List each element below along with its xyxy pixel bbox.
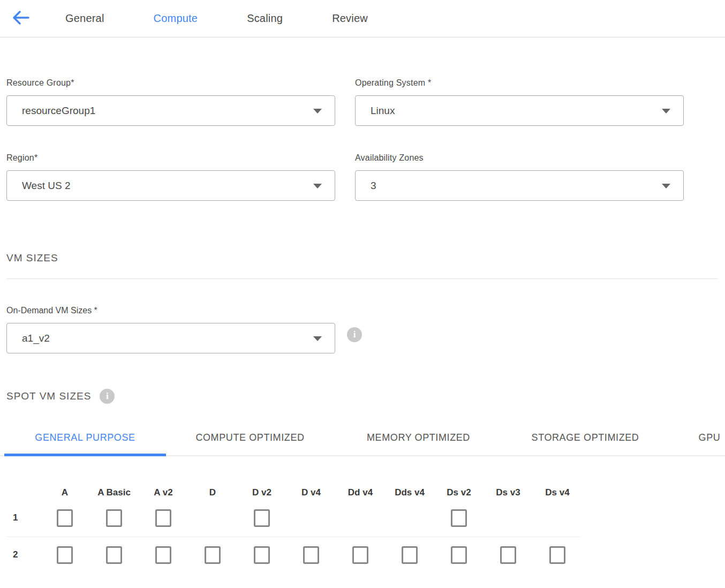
operating-system-field: Operating System * Linux (355, 78, 684, 126)
vm-size-cell (40, 509, 89, 527)
step-review[interactable]: Review (332, 12, 368, 25)
vm-family-column-header: Ds v2 (434, 487, 484, 498)
vm-sizes-section-title: VM SIZES (6, 252, 718, 264)
resource-group-label: Resource Group* (6, 78, 335, 88)
wizard-steps: General Compute Scaling Review (65, 12, 417, 25)
vm-size-checkbox[interactable] (500, 546, 516, 564)
chevron-down-icon (313, 109, 322, 114)
vm-family-column-header: A v2 (139, 487, 188, 498)
arrow-left-icon (12, 10, 30, 28)
row-divider (6, 537, 581, 537)
tab-storage-optimized[interactable]: STORAGE OPTIMIZED (524, 432, 647, 455)
chevron-down-icon (662, 109, 670, 114)
info-icon[interactable]: i (347, 327, 362, 342)
spot-vm-sizes-header: SPOT VM SIZES i (6, 389, 718, 404)
on-demand-vm-sizes-select[interactable]: a1_v2 (6, 323, 335, 353)
region-select[interactable]: West US 2 (6, 170, 335, 201)
on-demand-row: a1_v2 i (6, 315, 718, 353)
vm-family-column-header: Ds v4 (533, 487, 582, 498)
vm-size-checkbox[interactable] (451, 509, 467, 527)
step-compute[interactable]: Compute (154, 12, 198, 25)
active-tab-indicator (4, 454, 166, 456)
vm-family-column-header: D v2 (237, 487, 286, 498)
vm-size-checkbox[interactable] (254, 546, 270, 564)
vm-size-checkbox[interactable] (549, 546, 565, 564)
region-label: Region* (6, 153, 335, 163)
row-number: 1 (6, 512, 40, 523)
vm-size-cell (533, 546, 582, 564)
on-demand-vm-sizes-label: On-Demand VM Sizes * (6, 306, 718, 315)
vm-size-cell (139, 509, 188, 527)
vm-size-cell (89, 546, 139, 564)
chevron-down-icon (313, 184, 322, 189)
vm-size-checkbox[interactable] (451, 546, 467, 564)
availability-zones-value: 3 (371, 180, 376, 192)
vm-size-checkbox[interactable] (205, 546, 221, 564)
region-value: West US 2 (22, 180, 70, 192)
vm-size-checkbox[interactable] (106, 546, 122, 564)
operating-system-value: Linux (371, 105, 395, 117)
vm-size-cell (385, 546, 434, 564)
vm-size-row: 2 (6, 539, 718, 570)
vm-size-checkbox[interactable] (57, 509, 73, 527)
tab-compute-optimized[interactable]: COMPUTE OPTIMIZED (187, 432, 313, 455)
resource-group-value: resourceGroup1 (22, 105, 95, 117)
section-divider (6, 278, 718, 279)
vm-size-checkbox[interactable] (106, 509, 122, 527)
vm-family-column-header: Dds v4 (385, 487, 434, 498)
resource-group-field: Resource Group* resourceGroup1 (6, 78, 335, 126)
vm-size-checkbox[interactable] (254, 509, 270, 527)
vm-size-cell (484, 546, 533, 564)
vm-size-cell (434, 546, 484, 564)
vm-size-cell (40, 546, 89, 564)
chevron-down-icon (662, 184, 670, 189)
tab-general-purpose[interactable]: GENERAL PURPOSE (4, 432, 166, 455)
availability-zones-field: Availability Zones 3 (355, 153, 684, 201)
vm-family-column-header: D (188, 487, 237, 498)
vm-size-cell (89, 509, 139, 527)
vm-size-cell (434, 509, 484, 527)
availability-zones-label: Availability Zones (355, 153, 684, 163)
step-general[interactable]: General (65, 12, 104, 25)
info-icon[interactable]: i (100, 389, 115, 404)
vm-size-checkbox[interactable] (402, 546, 418, 564)
vm-size-cell (336, 546, 385, 564)
vm-size-cell (286, 546, 336, 564)
availability-zones-select[interactable]: 3 (355, 170, 684, 201)
resource-group-select[interactable]: resourceGroup1 (6, 95, 335, 126)
wizard-header: General Compute Scaling Review (0, 0, 725, 37)
vm-table-header-row: AA BasicA v2DD v2D v4Dd v4Dds v4Ds v2Ds … (6, 487, 718, 498)
tab-memory-optimized[interactable]: MEMORY OPTIMIZED (360, 432, 477, 455)
compute-form: Resource Group* resourceGroup1 Operating… (6, 78, 718, 201)
vm-size-cell (237, 546, 286, 564)
back-button[interactable] (9, 8, 33, 29)
vm-family-column-header: Dd v4 (336, 487, 385, 498)
vm-size-checkbox[interactable] (155, 546, 171, 564)
vm-size-checkbox[interactable] (57, 546, 73, 564)
vm-size-row: 1 (6, 502, 718, 533)
vm-family-column-header: Ds v3 (484, 487, 533, 498)
vm-size-checkbox[interactable] (352, 546, 368, 564)
step-scaling[interactable]: Scaling (247, 12, 283, 25)
vm-size-cell (188, 546, 237, 564)
region-field: Region* West US 2 (6, 153, 335, 201)
vm-size-cell (139, 546, 188, 564)
tab-gpu[interactable]: GPU (697, 432, 722, 455)
on-demand-vm-sizes-value: a1_v2 (22, 333, 50, 344)
vm-family-column-header: A Basic (89, 487, 139, 498)
spot-vm-sizes-section-title: SPOT VM SIZES (6, 390, 91, 402)
operating-system-label: Operating System * (355, 78, 684, 88)
vm-family-column-header: A (40, 487, 89, 498)
vm-size-checkbox[interactable] (155, 509, 171, 527)
vm-size-cell (237, 509, 286, 527)
spot-vm-category-tabs: GENERAL PURPOSE COMPUTE OPTIMIZED MEMORY… (0, 429, 725, 456)
row-number: 2 (6, 549, 40, 560)
vm-size-table: AA BasicA v2DD v2D v4Dd v4Dds v4Ds v2Ds … (6, 487, 718, 570)
operating-system-select[interactable]: Linux (355, 95, 684, 126)
chevron-down-icon (313, 336, 322, 341)
vm-size-checkbox[interactable] (303, 546, 319, 564)
vm-family-column-header: D v4 (286, 487, 336, 498)
